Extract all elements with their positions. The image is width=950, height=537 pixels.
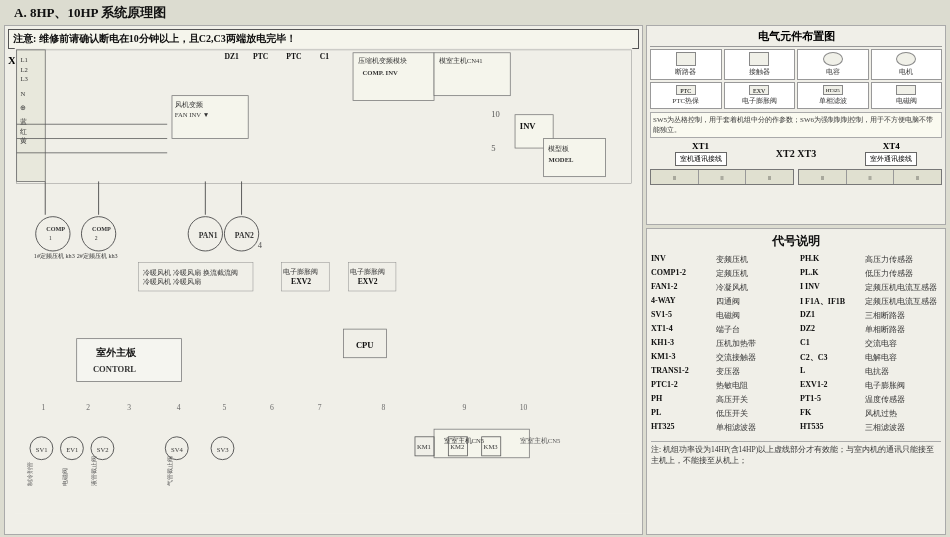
legend-title: 代号说明: [651, 233, 941, 250]
svg-text:5: 5: [491, 143, 495, 153]
svg-text:8: 8: [382, 403, 386, 412]
svg-text:CPU: CPU: [356, 340, 374, 350]
svg-text:7: 7: [318, 403, 322, 412]
legend-row: DZ1 三相断路器: [800, 310, 941, 321]
svg-text:2: 2: [86, 403, 90, 412]
svg-text:6: 6: [270, 403, 274, 412]
svg-text:模型板: 模型板: [548, 145, 569, 152]
sw-notes: SW5为丛格控制，用于套着机组中分的作参数；SW6为强制制制控制，用于不方便电脑…: [650, 112, 942, 138]
legend-row: KH1-3 压机加热带: [651, 338, 792, 349]
svg-text:室室主机CN5: 室室主机CN5: [520, 437, 561, 444]
svg-text:模室主机CN41: 模室主机CN41: [439, 57, 483, 64]
svg-text:1: 1: [49, 235, 52, 241]
svg-text:10: 10: [520, 403, 528, 412]
schematic-inner: 注意: 维修前请确认断电在10分钟以上，且C2,C3两端放电完毕！ XT1: [5, 26, 642, 534]
ec-item-motor: 电机: [871, 49, 943, 80]
svg-text:4: 4: [258, 240, 263, 250]
legend-row: KM1-3 交流接触器: [651, 352, 792, 363]
electric-components-box: 电气元件布置图 断路器 接触器 电容: [646, 25, 946, 225]
ec-item-dz1: 断路器: [650, 49, 722, 80]
svg-text:COMP: COMP: [46, 225, 65, 232]
ec-item-km: 接触器: [724, 49, 796, 80]
terminal-strips: ||| ||| ||| ||| ||| |||: [650, 169, 942, 185]
title-text: A. 8HP、10HP 系统原理图: [14, 5, 166, 20]
page-container: A. 8HP、10HP 系统原理图 注意: 维修前请确认断电在10分钟以上，且C…: [0, 0, 950, 537]
legend-row: PH 高压开关: [651, 394, 792, 405]
legend-note: 注: 机组功率设为14HP(含14HP)以上虚线部分才有效能；与室内机的通讯只能…: [651, 441, 941, 466]
legend-title-text: 代号说明: [772, 234, 820, 248]
legend-row: PH.K 高压力传感器: [800, 254, 941, 265]
svg-text:DZ1: DZ1: [224, 52, 239, 61]
xt4-section: XT4 室外通讯接线: [865, 141, 917, 166]
legend-row: I F1A、IF1B 定频压机电流互感器: [800, 296, 941, 307]
svg-text:PAN1: PAN1: [199, 231, 218, 240]
svg-text:L2: L2: [20, 66, 27, 73]
svg-text:L3: L3: [20, 75, 28, 82]
svg-text:5: 5: [222, 403, 226, 412]
legend-row: FAN1-2 冷凝风机: [651, 282, 792, 293]
svg-text:L1: L1: [20, 56, 27, 63]
legend-row: 4-WAY 四通阀: [651, 296, 792, 307]
xt4-strip: ||| ||| |||: [798, 169, 942, 185]
legend-row: HT325 单相滤波器: [651, 422, 792, 433]
svg-text:2: 2: [95, 235, 98, 241]
svg-rect-53: [77, 339, 182, 382]
svg-text:COMP. INV: COMP. INV: [363, 69, 398, 76]
svg-text:红: 红: [20, 128, 27, 135]
legend-row: C1 交流电容: [800, 338, 941, 349]
svg-text:KM2: KM2: [450, 443, 464, 450]
svg-text:CONTORL: CONTORL: [93, 364, 136, 374]
svg-text:N: N: [20, 90, 25, 97]
legend-row: DZ2 单相断路器: [800, 324, 941, 335]
svg-text:9: 9: [463, 403, 467, 412]
legend-row: XT1-4 端子台: [651, 324, 792, 335]
legend-grid: INV 变频压机PH.K 高压力传感器COMP1-2 定频压机PL.K 低压力传…: [651, 254, 941, 435]
main-content: 注意: 维修前请确认断电在10分钟以上，且C2,C3两端放电完毕！ XT1: [4, 25, 946, 535]
svg-text:冷暖风机 冷暖风扇: 冷暖风机 冷暖风扇: [143, 278, 201, 286]
legend-note-text: 注: 机组功率设为14HP(含14HP)以上虚线部分才有效能；与室内机的通讯只能…: [651, 445, 934, 465]
right-panel: 电气元件布置图 断路器 接触器 电容: [646, 25, 946, 535]
sw-note-text: SW5为丛格控制，用于套着机组中分的作参数；SW6为强制制制控制，用于不方便电脑…: [653, 116, 933, 134]
ec-item-sv: 电磁阀: [871, 82, 943, 109]
svg-text:2#定频压机 kh3: 2#定频压机 kh3: [77, 252, 118, 259]
schematic-svg: L1 L2 L3 N ⊕ 蓝 红 黄 DZ1 PTC PTC C1: [5, 48, 642, 534]
svg-text:电子膨胀阀: 电子膨胀阀: [283, 268, 318, 275]
legend-row: FK 风机过热: [800, 408, 941, 419]
svg-text:MODEL: MODEL: [548, 156, 574, 163]
svg-text:C1: C1: [320, 52, 329, 61]
legend-row: PL.K 低压力传感器: [800, 268, 941, 279]
svg-text:电子膨胀阀: 电子膨胀阀: [350, 268, 385, 275]
xt1-connector: 室机通讯接线: [675, 152, 727, 166]
legend-row: PL 低压开关: [651, 408, 792, 419]
svg-text:4: 4: [177, 403, 181, 412]
svg-text:EV1: EV1: [66, 446, 78, 453]
xt1-section: XT1 室机通讯接线: [675, 141, 727, 166]
svg-text:EXV2: EXV2: [358, 277, 378, 286]
svg-text:风机变频: 风机变频: [175, 101, 203, 109]
xt-labels-row: XT1 室机通讯接线 XT2 XT3 XT4 室外通讯接线: [650, 141, 942, 166]
legend-row: PTC1-2 热敏电阻: [651, 380, 792, 391]
svg-text:EXV2: EXV2: [291, 277, 311, 286]
svg-text:COMP: COMP: [92, 225, 111, 232]
svg-text:1: 1: [41, 403, 45, 412]
xt23-section: XT2 XT3: [776, 148, 816, 159]
svg-text:FAN INV ▼: FAN INV ▼: [175, 111, 209, 118]
svg-text:SV1: SV1: [36, 446, 48, 453]
svg-text:PAN2: PAN2: [235, 231, 254, 240]
legend-row: C2、C3 电解电容: [800, 352, 941, 363]
svg-rect-42: [139, 262, 253, 291]
legend-row: INV 变频压机: [651, 254, 792, 265]
xt1-strip: ||| ||| |||: [650, 169, 794, 185]
svg-text:3: 3: [127, 403, 131, 412]
legend-row: SV1-5 电磁阀: [651, 310, 792, 321]
legend-row: L 电抗器: [800, 366, 941, 377]
svg-text:KM1: KM1: [417, 443, 431, 450]
svg-text:PTC: PTC: [253, 52, 268, 61]
svg-text:SV4: SV4: [171, 446, 184, 453]
legend-row: PT1-5 温度传感器: [800, 394, 941, 405]
svg-text:PTC: PTC: [286, 52, 301, 61]
svg-text:电磁阀: 电磁阀: [62, 468, 68, 486]
svg-text:SV3: SV3: [217, 446, 230, 453]
ec-title: 电气元件布置图: [650, 29, 942, 47]
ec-title-text: 电气元件布置图: [758, 30, 835, 42]
